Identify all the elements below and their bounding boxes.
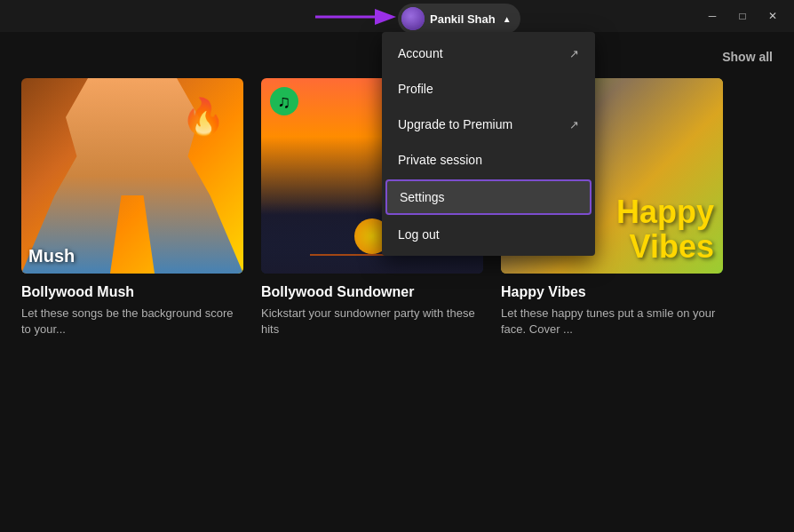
- avatar: [401, 7, 425, 30]
- card-desc-happy-vibes: Let these happy tunes put a smile on you…: [501, 306, 723, 337]
- profile-label: Profile: [398, 82, 433, 96]
- minimize-button[interactable]: ─: [698, 4, 727, 28]
- menu-item-logout[interactable]: Log out: [382, 217, 595, 252]
- menu-item-profile[interactable]: Profile: [382, 71, 595, 107]
- card-overlay-text: Mush: [28, 246, 75, 266]
- user-menu-button[interactable]: Pankil Shah ▲: [398, 4, 520, 34]
- spotify-logo: ♫: [270, 87, 298, 115]
- account-label: Account: [398, 46, 443, 60]
- window-controls: ─ □ ✕: [698, 4, 787, 28]
- happy-vibes-text: HappyVibes: [616, 195, 714, 265]
- menu-item-account[interactable]: Account ↗: [382, 36, 595, 71]
- user-name: Pankil Shah: [430, 12, 496, 26]
- menu-item-upgrade[interactable]: Upgrade to Premium ↗: [382, 107, 595, 142]
- settings-label: Settings: [400, 190, 445, 204]
- chevron-up-icon: ▲: [503, 14, 512, 24]
- avatar-image: [401, 7, 425, 30]
- show-all-button[interactable]: Show all: [722, 50, 773, 64]
- card-desc-bollywood-mush: Let these songs be the background score …: [21, 306, 243, 337]
- arrow-indicator: [311, 4, 400, 29]
- card-bollywood-mush[interactable]: Mush 🔥 Bollywood Mush Let these songs be…: [21, 78, 243, 337]
- upgrade-label: Upgrade to Premium: [398, 117, 512, 131]
- card-title-bollywood-mush: Bollywood Mush: [21, 284, 243, 300]
- menu-item-settings[interactable]: Settings: [385, 179, 592, 215]
- external-link-icon-2: ↗: [569, 118, 579, 131]
- maximize-button[interactable]: □: [728, 4, 757, 28]
- logout-label: Log out: [398, 227, 440, 242]
- close-button[interactable]: ✕: [758, 4, 787, 28]
- dropdown-menu: Account ↗ Profile Upgrade to Premium ↗ P…: [382, 32, 595, 256]
- card-title-bollywood-sundowner: Bollywood Sundowner: [261, 284, 483, 300]
- decoration: 🔥: [181, 96, 226, 138]
- card-desc-bollywood-sundowner: Kickstart your sundowner party with thes…: [261, 306, 483, 337]
- card-title-happy-vibes: Happy Vibes: [501, 284, 723, 300]
- card-image-bollywood-mush: Mush 🔥: [21, 78, 243, 274]
- external-link-icon: ↗: [569, 47, 579, 60]
- private-session-label: Private session: [398, 153, 482, 167]
- menu-item-private-session[interactable]: Private session: [382, 142, 595, 178]
